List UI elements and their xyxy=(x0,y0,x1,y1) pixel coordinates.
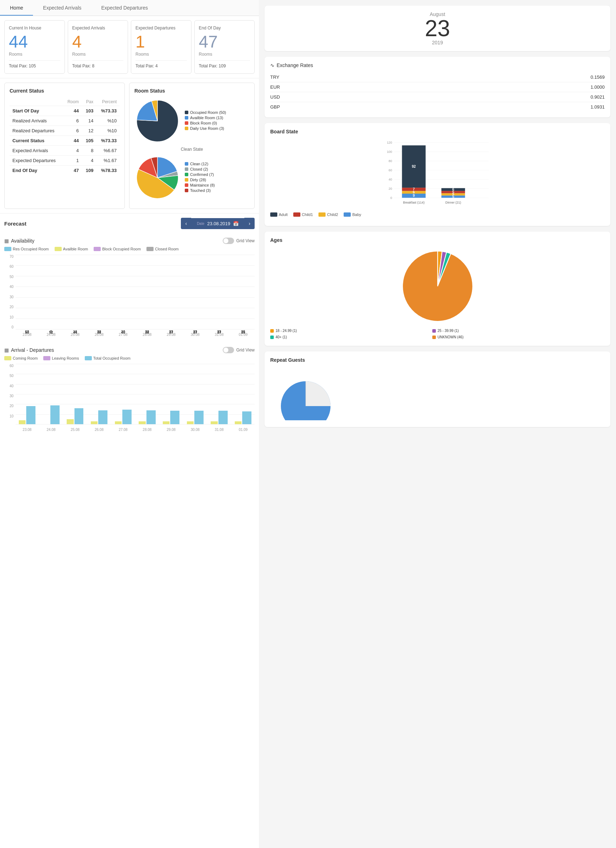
y-axis-label: 10 xyxy=(10,414,13,418)
legend-label: Availble Room (13) xyxy=(190,116,223,120)
tab-expected-departures[interactable]: Expected Departures xyxy=(92,0,158,16)
board-y-label: 0 xyxy=(391,196,392,200)
board-y-label: 60 xyxy=(389,169,392,172)
legend-item: Confirmed (7) xyxy=(185,172,215,176)
card-expected-departures-title: Expected Departures xyxy=(135,25,187,31)
date-next-button[interactable]: › xyxy=(244,218,255,229)
repeat-guests-card: Repeat Guests xyxy=(265,351,610,427)
legend-dot xyxy=(185,127,188,130)
ages-chart: 18 - 24.99 (1)25 - 39.99 (1)40+ (1)UNKNO… xyxy=(270,247,605,340)
board-legend-label: Child2 xyxy=(327,212,338,217)
board-y-label: 20 xyxy=(389,187,392,190)
board-legend-item: Baby xyxy=(344,212,361,217)
total-bar xyxy=(218,411,228,424)
currency-code: TRY xyxy=(270,74,280,80)
x-axis-label: 23.08 xyxy=(16,331,38,340)
arrivals-chart-icon: ▦ xyxy=(4,347,9,353)
repeat-guests-chart xyxy=(270,367,341,420)
legend-label: Confirmed (7) xyxy=(190,172,214,176)
row-label: Realized Departures xyxy=(10,126,63,136)
bar-group xyxy=(208,364,231,424)
legend-item: Daily Use Room (3) xyxy=(185,126,226,130)
legend-leaving-rooms: Leaving Rooms xyxy=(43,356,79,360)
clean-state-pie-container: Clean (12)Closed (2)Confirmed (7)Dirty (… xyxy=(135,155,249,201)
availability-toggle-switch[interactable] xyxy=(223,238,234,244)
coming-bar xyxy=(235,421,241,424)
arrivals-grid-toggle[interactable]: Grid View xyxy=(223,347,255,353)
legend-closed-room: Closed Room xyxy=(147,247,179,251)
card-end-of-day-rooms: Rooms xyxy=(199,52,250,57)
arrivals-grid-view-label: Grid View xyxy=(236,348,255,353)
board-legend-label: Adult xyxy=(279,212,287,217)
currency-value: 0.1569 xyxy=(591,74,605,80)
coming-bar xyxy=(211,421,218,424)
y-axis-label: 30 xyxy=(10,295,13,299)
x-axis-label: 27.08 xyxy=(112,426,135,435)
card-expected-arrivals-rooms: Rooms xyxy=(73,52,124,57)
total-bar xyxy=(50,405,59,424)
card-end-of-day-title: End Of Day xyxy=(199,25,250,31)
tab-expected-arrivals[interactable]: Expected Arrivals xyxy=(33,0,91,16)
legend-block-occupied: Block Occupied Room xyxy=(93,247,141,251)
card-end-of-day-pax: Total Pax: 109 xyxy=(199,60,250,68)
legend-block-color xyxy=(93,247,101,251)
legend-label: 25 - 39.99 (1) xyxy=(438,329,459,333)
total-bar xyxy=(98,410,107,424)
repeat-segment xyxy=(306,381,330,406)
exchange-rates-header: ∿ Exchange Rates xyxy=(270,62,605,68)
board-legend-item: Child2 xyxy=(318,212,338,217)
row-label: Expected Arrivals xyxy=(10,146,63,156)
row-label: Current Status xyxy=(10,136,63,146)
row-percent: %6.67 xyxy=(96,146,120,156)
arrivals-title: Arrival - Departures xyxy=(11,347,54,353)
x-axis-label: 31.08 xyxy=(208,426,231,435)
table-row: Expected Departures 1 4 %1.67 xyxy=(10,156,120,166)
arrivals-y-axis: 605040302010 xyxy=(4,364,15,424)
date-label: Date xyxy=(197,222,204,225)
arrivals-toggle-switch[interactable] xyxy=(223,347,234,353)
legend-dot xyxy=(432,329,436,333)
availability-grid-toggle[interactable]: Grid View xyxy=(223,238,255,244)
row-room: 6 xyxy=(63,116,81,126)
legend-item: 25 - 39.99 (1) xyxy=(432,329,593,333)
clean-state-label: Clean State xyxy=(135,147,249,152)
card-end-of-day-number: 47 xyxy=(199,33,250,50)
row-pax: 14 xyxy=(81,116,96,126)
card-current-inhouse-title: Current In House xyxy=(9,25,60,31)
occupancy-pie-legend: Occupied Room (50)Availble Room (13)Bloc… xyxy=(185,110,226,132)
exchange-rates-list: TRY0.1569EUR1.0000USD0.9021GBP1.0931 xyxy=(270,73,605,112)
x-axis-label: 24.08 xyxy=(40,331,63,340)
legend-label: Clean (12) xyxy=(190,162,208,166)
row-room: 44 xyxy=(63,136,81,146)
exchange-rate-row: TRY0.1569 xyxy=(270,73,605,82)
legend-dot xyxy=(185,116,188,120)
right-panel: August 23 2019 ∿ Exchange Rates TRY0.156… xyxy=(259,0,616,848)
legend-dot xyxy=(185,162,188,166)
board-state-title: Board State xyxy=(270,129,605,135)
bar-group: 852 xyxy=(40,255,63,329)
legend-item: Touched (3) xyxy=(185,188,215,193)
bar-group xyxy=(40,364,63,424)
card-end-of-day: End Of Day 47 Rooms Total Pax: 109 xyxy=(194,20,255,74)
table-row: Start Of Day 44 103 %73.33 xyxy=(10,106,120,116)
legend-closed-color xyxy=(147,247,154,251)
legend-dot xyxy=(270,329,274,333)
arrivals-x-axis: 23.0824.0825.0826.0827.0828.0829.0830.08… xyxy=(16,426,255,435)
currency-value: 0.9021 xyxy=(591,94,605,100)
board-state-legend: AdultChild1Child2Baby xyxy=(270,212,605,217)
tab-home[interactable]: Home xyxy=(0,0,33,16)
date-display: Date 23.08.2019 📅 xyxy=(191,218,244,229)
x-axis-label: 26.08 xyxy=(87,331,111,340)
x-axis-label: 29.08 xyxy=(160,331,183,340)
bar-group xyxy=(64,364,86,424)
bar-group: 1644 xyxy=(64,255,86,329)
x-axis-label: 29.08 xyxy=(160,426,183,435)
arrivals-chart-area: 605040302010 23.0824.0825.0826.0827.0828… xyxy=(4,364,255,435)
board-legend-color xyxy=(318,212,326,217)
date-prev-button[interactable]: ‹ xyxy=(181,218,191,229)
row-pax: 4 xyxy=(81,156,96,166)
legend-dot xyxy=(185,111,188,114)
availability-bars: 135085216442238204022382337233723372535 xyxy=(16,255,255,329)
col-header-label xyxy=(10,98,63,106)
total-bar xyxy=(147,410,156,424)
